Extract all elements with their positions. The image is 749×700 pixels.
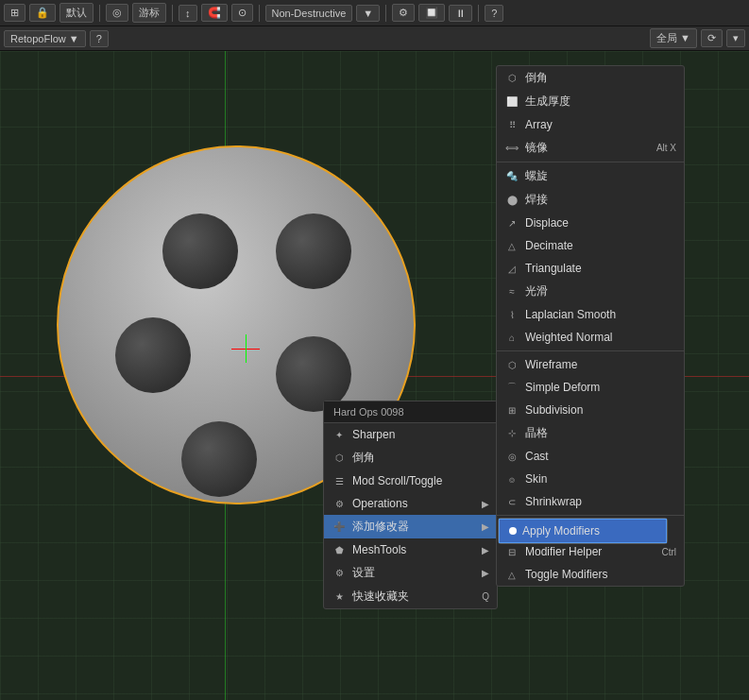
scroll-label: Mod Scroll/Toggle xyxy=(352,474,442,487)
sub-mirror-label: 镜像 xyxy=(525,140,548,156)
sub-cast[interactable]: ◎ Cast xyxy=(497,445,684,468)
divider3 xyxy=(497,515,684,516)
viewport[interactable]: Hard Ops 0098 ✦ Sharpen ⬡ 倒角 ☰ Mod Scrol… xyxy=(0,51,749,700)
sub-array[interactable]: ⠿ Array xyxy=(497,113,684,136)
lock-button[interactable]: 🔒 xyxy=(29,4,56,22)
pause-btn[interactable]: ⏸ xyxy=(449,5,472,22)
global-view[interactable]: 全局 ▼ xyxy=(650,28,697,48)
sep4 xyxy=(385,5,386,22)
settings-arrow: ▶ xyxy=(482,568,489,578)
view-button[interactable]: ⊞ xyxy=(4,4,26,22)
apply-dot xyxy=(509,527,517,535)
mode-dropdown[interactable]: ▼ xyxy=(356,5,380,22)
mesh-icon: ⬟ xyxy=(332,542,347,557)
sub-mirror[interactable]: ⟺ 镜像 Alt X xyxy=(497,136,684,160)
ops-arrow: ▶ xyxy=(482,499,489,509)
menu-bookmark[interactable]: ★ 快速收藏夹 Q xyxy=(324,585,497,608)
sub-subdivision[interactable]: ⊞ Subdivision xyxy=(497,399,684,421)
bookmark-label: 快速收藏夹 xyxy=(352,589,409,605)
menu-header: Hard Ops 0098 xyxy=(324,401,497,423)
divider2 xyxy=(497,350,684,351)
retopoflow-btn[interactable]: RetopoFlow ▼ xyxy=(4,30,86,47)
menu-settings[interactable]: ⚙ 设置 ▶ xyxy=(324,561,497,585)
sep2 xyxy=(172,5,173,22)
ops-icon: ⚙ xyxy=(332,496,347,511)
object-origin xyxy=(231,334,260,363)
sub-array-label: Array xyxy=(525,118,553,131)
sub-shrinkwrap[interactable]: ⊂ Shrinkwrap xyxy=(497,490,684,513)
mode-label[interactable]: Non-Destructive xyxy=(265,5,353,22)
sub-triangulate[interactable]: ◿ Triangulate xyxy=(497,257,684,280)
sub-cast-label: Cast xyxy=(525,450,549,463)
hole-3 xyxy=(115,317,191,393)
sub-toggle-icon: △ xyxy=(504,567,519,582)
sub-subdivision-icon: ⊞ xyxy=(504,402,519,418)
bookmark-icon: ★ xyxy=(332,589,347,605)
sub-decimate[interactable]: △ Decimate xyxy=(497,234,684,257)
mod-helper-shortcut: Ctrl xyxy=(661,547,676,557)
sub-lap-smooth-icon: ⌇ xyxy=(504,307,519,322)
hardops-menu: Hard Ops 0098 ✦ Sharpen ⬡ 倒角 ☰ Mod Scrol… xyxy=(323,401,498,609)
sub-smooth[interactable]: ≈ 光滑 xyxy=(497,280,684,303)
sub-screw[interactable]: 🔩 螺旋 xyxy=(497,164,684,188)
menu-meshtools[interactable]: ⬟ MeshTools ▶ xyxy=(324,538,497,561)
sub-simple-deform-label: Simple Deform xyxy=(525,381,600,394)
view-extra2[interactable]: ▾ xyxy=(726,29,745,47)
sub-simple-deform[interactable]: ⌒ Simple Deform xyxy=(497,376,684,399)
sub-skin-label: Skin xyxy=(525,472,547,486)
sub-skin[interactable]: ⌾ Skin xyxy=(497,468,684,490)
sub-screw-label: 螺旋 xyxy=(525,168,548,184)
sub-lattice[interactable]: ⊹ 晶格 xyxy=(497,421,684,445)
sub-lattice-label: 晶格 xyxy=(525,425,548,441)
sub-wireframe[interactable]: ⬡ Wireframe xyxy=(497,353,684,376)
view-extra[interactable]: ⟳ xyxy=(701,29,723,47)
bevel-icon: ⬡ xyxy=(332,451,347,466)
sub-mirror-icon: ⟺ xyxy=(504,141,519,156)
cursor-label[interactable]: 游标 xyxy=(132,3,166,23)
sub-skin-icon: ⌾ xyxy=(504,471,519,487)
sub-solidify-label: 生成厚度 xyxy=(525,94,570,110)
help-btn2[interactable]: ? xyxy=(90,30,109,47)
sub-subdivision-label: Subdivision xyxy=(525,403,583,417)
snap-button[interactable]: 🧲 xyxy=(201,4,228,22)
add-mod-arrow: ▶ xyxy=(482,521,489,532)
modifier-submenu: ⬡ 倒角 ⬜ 生成厚度 ⠿ Array ⟺ 镜像 Alt X 🔩 螺旋 ⬤ 焊接… xyxy=(496,65,685,587)
sub-lap-smooth[interactable]: ⌇ Laplacian Smooth xyxy=(497,303,684,326)
sep3 xyxy=(259,5,260,22)
sub-weld-icon: ⬤ xyxy=(504,193,519,208)
menu-operations[interactable]: ⚙ Operations ▶ xyxy=(324,492,497,515)
sub-shrinkwrap-icon: ⊂ xyxy=(504,494,519,509)
sub-lap-smooth-label: Laplacian Smooth xyxy=(525,308,616,321)
menu-bevel[interactable]: ⬡ 倒角 xyxy=(324,446,497,470)
sub-lattice-icon: ⊹ xyxy=(504,426,519,441)
render-btn[interactable]: ⚙ xyxy=(392,4,415,22)
sub-screw-icon: 🔩 xyxy=(504,169,519,184)
sep5 xyxy=(478,5,479,22)
sub-toggle-mods[interactable]: △ Toggle Modifiers xyxy=(497,563,684,586)
menu-mod-scroll[interactable]: ☰ Mod Scroll/Toggle xyxy=(324,470,497,492)
proportional-button[interactable]: ⊙ xyxy=(231,4,253,22)
menu-sharpen[interactable]: ✦ Sharpen xyxy=(324,423,497,446)
mode-button[interactable]: ↕ xyxy=(179,5,197,22)
add-mod-icon: ➕ xyxy=(332,520,347,535)
sub-weld[interactable]: ⬤ 焊接 xyxy=(497,188,684,212)
help-btn[interactable]: ? xyxy=(485,5,503,22)
sub-triangulate-icon: ◿ xyxy=(504,261,519,276)
default-label[interactable]: 默认 xyxy=(60,3,94,23)
cursor-button[interactable]: ◎ xyxy=(106,4,128,22)
sub-displace[interactable]: ↗ Displace xyxy=(497,212,684,234)
sub-displace-label: Displace xyxy=(525,216,569,230)
menu-add-modifier[interactable]: ➕ 添加修改器 ▶ xyxy=(324,515,497,538)
bookmark-shortcut: Q xyxy=(482,591,489,602)
apply-submenu: Apply Modifiers xyxy=(498,518,668,544)
apply-modifiers-item[interactable]: Apply Modifiers xyxy=(499,519,667,543)
sub-decimate-icon: △ xyxy=(504,238,519,253)
sub-weighted-normal[interactable]: ⌂ Weighted Normal xyxy=(497,326,684,349)
sub-bevel[interactable]: ⬡ 倒角 xyxy=(497,66,684,90)
meshtools-arrow: ▶ xyxy=(482,545,489,555)
settings-label: 设置 xyxy=(352,565,375,581)
sub-mod-helper-icon: ⊟ xyxy=(504,544,519,559)
output-btn[interactable]: 🔲 xyxy=(418,4,445,22)
sub-solidify[interactable]: ⬜ 生成厚度 xyxy=(497,90,684,113)
settings-icon: ⚙ xyxy=(332,566,347,581)
